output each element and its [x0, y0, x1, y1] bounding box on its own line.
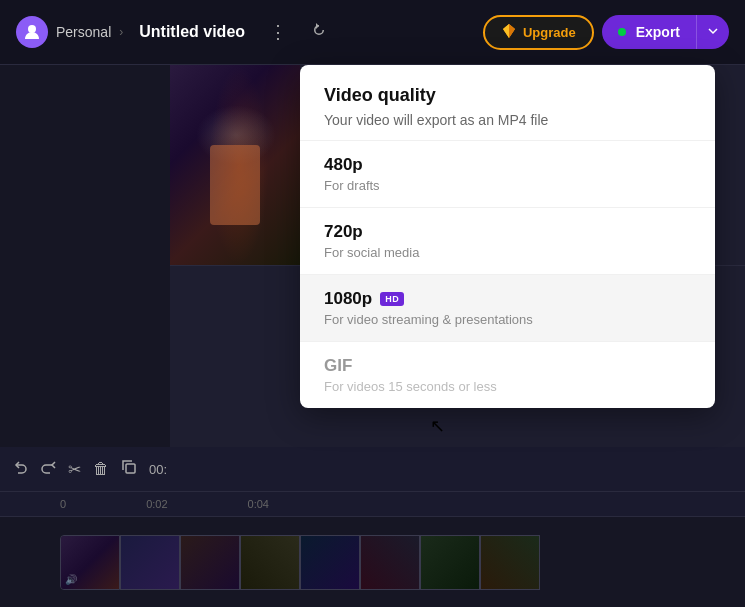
volume-icon: 🔊	[65, 574, 77, 585]
quality-desc-1080p: For video streaming & presentations	[324, 312, 691, 327]
quality-name-480p: 480p	[324, 155, 691, 175]
ruler-mark-1: 0:02	[146, 498, 167, 510]
project-title[interactable]: Untitled video	[131, 19, 253, 45]
history-icon[interactable]	[303, 18, 335, 46]
quality-name-gif: GIF	[324, 356, 691, 376]
video-quality-dropdown: Video quality Your video will export as …	[300, 65, 715, 408]
svg-marker-5	[509, 29, 515, 38]
dropdown-header: Video quality Your video will export as …	[300, 65, 715, 140]
svg-marker-4	[503, 29, 509, 38]
upgrade-button[interactable]: Upgrade	[483, 15, 594, 50]
ruler-mark-2: 0:04	[248, 498, 269, 510]
svg-marker-3	[509, 24, 515, 29]
current-timecode: 00:	[149, 462, 167, 477]
hd-badge: HD	[380, 292, 404, 306]
export-label: Export	[636, 24, 680, 40]
workspace-label[interactable]: Personal	[56, 24, 111, 40]
quality-desc-gif: For videos 15 seconds or less	[324, 379, 691, 394]
track-thumbnail-6	[360, 535, 420, 590]
timeline-area: ✂ 🗑 00: 0 0:02 0:04 🔊	[0, 447, 745, 607]
timeline-ruler: 0 0:02 0:04	[0, 492, 745, 517]
track-thumbnail-4	[240, 535, 300, 590]
copy-button[interactable]	[121, 459, 137, 479]
ruler-mark-0: 0	[60, 498, 66, 510]
quality-option-480p[interactable]: 480p For drafts	[300, 140, 715, 207]
cut-button[interactable]: ✂	[68, 460, 81, 479]
upgrade-label: Upgrade	[523, 25, 576, 40]
track-thumbnail-2	[120, 535, 180, 590]
gem-icon	[501, 23, 517, 42]
breadcrumb-separator: ›	[119, 25, 123, 39]
quality-desc-480p: For drafts	[324, 178, 691, 193]
svg-point-0	[28, 25, 36, 33]
quality-option-gif[interactable]: GIF For videos 15 seconds or less	[300, 341, 715, 408]
delete-button[interactable]: 🗑	[93, 460, 109, 478]
undo-button[interactable]	[12, 459, 28, 479]
track-thumbnail-3	[180, 535, 240, 590]
quality-option-720p[interactable]: 720p For social media	[300, 207, 715, 274]
track-thumbnail-5	[300, 535, 360, 590]
avatar	[16, 16, 48, 48]
quality-name-720p: 720p	[324, 222, 691, 242]
quality-name-1080p: 1080p HD	[324, 289, 691, 309]
video-preview-image	[170, 65, 300, 265]
track-thumbnail-8	[480, 535, 540, 590]
more-options-button[interactable]: ⋮	[261, 17, 295, 47]
redo-button[interactable]	[40, 459, 56, 479]
svg-marker-2	[503, 24, 509, 29]
quality-option-1080p[interactable]: 1080p HD For video streaming & presentat…	[300, 274, 715, 341]
export-status-dot	[618, 28, 626, 36]
quality-desc-720p: For social media	[324, 245, 691, 260]
track-thumbnail-1: 🔊	[60, 535, 120, 590]
export-main-button[interactable]: Export	[602, 16, 696, 48]
dropdown-subtitle: Your video will export as an MP4 file	[324, 112, 691, 128]
left-sidebar	[0, 65, 170, 507]
topbar: Personal › Untitled video ⋮ Upgrade Expo…	[0, 0, 745, 65]
track-thumbnail-7	[420, 535, 480, 590]
timeline-track: 🔊	[0, 517, 745, 607]
video-preview	[170, 65, 300, 265]
svg-rect-6	[126, 464, 135, 473]
dropdown-title: Video quality	[324, 85, 691, 106]
export-button-group: Export	[602, 15, 729, 49]
timeline-toolbar: ✂ 🗑 00:	[0, 447, 745, 492]
export-dropdown-button[interactable]	[696, 15, 729, 49]
